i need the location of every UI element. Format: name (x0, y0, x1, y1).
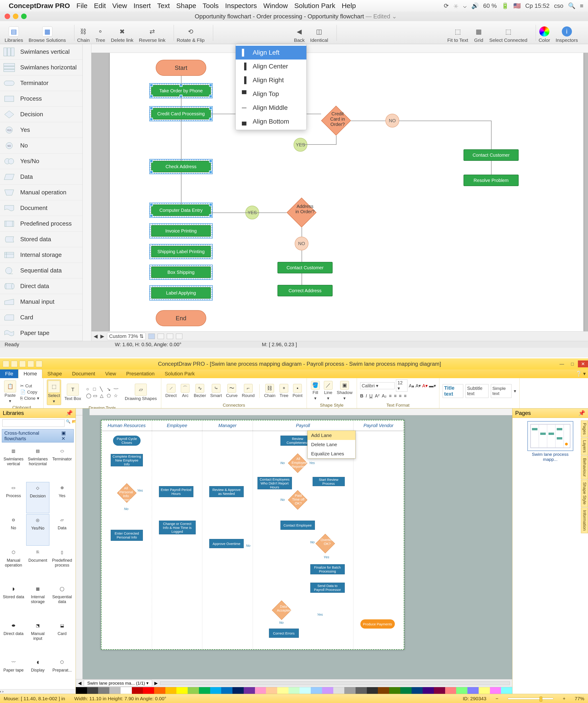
superscript[interactable]: A² (375, 393, 380, 399)
lane-hdr-payroll[interactable]: Payroll (253, 420, 353, 431)
tab-view[interactable]: View (100, 370, 121, 378)
sync-icon[interactable]: ⟳ (444, 2, 449, 9)
drawing-shapes-gallery[interactable]: ○□╲↘〰 ◯▭△⬠☆ (86, 386, 120, 398)
lib-sequential[interactable]: ◯Sequential data (50, 583, 74, 619)
shape-document[interactable]: Document (0, 200, 82, 216)
view-mode-1[interactable] (148, 333, 155, 339)
style-simple[interactable]: Simple text (491, 384, 511, 398)
conn-point[interactable]: •Point (292, 383, 304, 399)
lib-hscroll[interactable]: ‹ › (0, 689, 76, 694)
volume-icon[interactable]: 🔊 (471, 2, 479, 9)
style-title[interactable]: Title text (443, 384, 463, 398)
close-window[interactable] (5, 13, 10, 19)
color-swatch[interactable] (120, 687, 132, 694)
paste-button[interactable]: 📋Paste▾ (3, 380, 17, 405)
color-swatch[interactable] (244, 687, 255, 694)
lib-display[interactable]: ◖Display (26, 656, 50, 687)
lane-hdr-hr[interactable]: Human Resources (101, 420, 152, 431)
textbox-tool[interactable]: TText Box (63, 383, 82, 402)
node-contact-2[interactable]: Contact Customer (464, 149, 519, 161)
libraries-button[interactable]: ▤Libraries (5, 26, 23, 43)
wifi-icon[interactable]: ⌵ (463, 2, 467, 9)
side-tab-behaviour[interactable]: Behaviour (581, 456, 588, 479)
shape-stored[interactable]: Stored data (0, 232, 82, 247)
color-swatch[interactable] (389, 687, 400, 694)
lib-manual-input[interactable]: ⬔Manual input (26, 620, 50, 656)
align-left[interactable]: ≡ (389, 393, 392, 399)
node-label-apply[interactable]: Label Applying (151, 287, 211, 299)
shape-data[interactable]: Data (0, 169, 82, 185)
color-swatch[interactable] (176, 687, 188, 694)
side-tab-shapestyle[interactable]: Shape Style (581, 480, 588, 507)
font-family[interactable]: Calibri ▾ (360, 382, 395, 389)
n-contact-emp2[interactable]: Contact Employee (280, 521, 315, 530)
shape-yes[interactable]: YESYes (0, 122, 82, 138)
color-swatch[interactable] (479, 687, 490, 694)
menu-window[interactable]: Window (263, 2, 288, 10)
identical-button[interactable]: ◫Identical (310, 26, 328, 43)
bold-button[interactable]: B (360, 393, 363, 399)
menu-file[interactable]: File (77, 2, 87, 10)
color-swatch[interactable] (344, 687, 355, 694)
lib-direct[interactable]: ⬬Direct data (2, 620, 25, 656)
node-addr-decision[interactable]: Address in Order? (287, 198, 317, 227)
conn-bezier[interactable]: ∿Bezier (193, 383, 207, 399)
lane-vendor[interactable]: Produce Payments (353, 431, 404, 649)
zoom-window[interactable] (21, 13, 27, 19)
lib-search-icon[interactable]: 🔍 (66, 419, 71, 427)
grid-button[interactable]: ▦Grid (474, 26, 484, 43)
n-data-accepted[interactable]: Data Accepted? (272, 601, 291, 619)
color-button[interactable]: Color (538, 26, 550, 43)
color-swatch[interactable] (255, 687, 266, 694)
color-swatch[interactable] (434, 687, 445, 694)
italic-button[interactable]: I (366, 393, 367, 399)
drawing-shapes-button[interactable]: ▱Drawing Shapes (124, 383, 158, 402)
ctx-delete-lane[interactable]: Delete Lane (308, 440, 355, 449)
node-invoice[interactable]: Invoice Printing (151, 225, 211, 237)
conn-arc[interactable]: ⌒Arc (180, 383, 190, 399)
lib-internal[interactable]: ▦Internal storage (26, 583, 50, 619)
minimize-window[interactable] (13, 13, 18, 19)
tab-home[interactable]: Home (18, 369, 42, 378)
ctx-add-lane[interactable]: Add Lane (308, 431, 355, 440)
canvas[interactable]: Start Take Order by Phone Credit Card Pr… (91, 53, 588, 331)
align-right-item[interactable]: ▐Align Right (236, 73, 307, 87)
lib-terminator[interactable]: ⬭Terminator (50, 445, 74, 481)
rotate-flip-button[interactable]: ⟲Rotate & Flip (177, 26, 204, 43)
color-swatch[interactable] (378, 687, 389, 694)
reverse-link-button[interactable]: ⇄Reverse link (139, 26, 166, 43)
shape-swimlanes-v[interactable]: Swimlanes vertical (0, 44, 82, 60)
lib-category[interactable]: Cross-functional flowcharts▣ ✕ (2, 429, 74, 443)
color-swatch[interactable] (165, 687, 177, 694)
align-center[interactable]: ≡ (394, 393, 397, 399)
menu-solutionpark[interactable]: Solution Park (294, 2, 335, 10)
doc-tab[interactable]: Swim lane process ma... (1/1) ▾ (84, 680, 152, 687)
align-middle-item[interactable]: ─Align Middle (236, 101, 307, 114)
underline-button[interactable]: U (369, 393, 372, 399)
color-swatch[interactable] (300, 687, 311, 694)
color-swatch[interactable] (109, 687, 120, 694)
n-paid-time[interactable]: Paid Time off OK? (288, 491, 307, 509)
side-tab-layers[interactable]: Layers (581, 438, 588, 455)
n-contact-emp[interactable]: Contact Employees Who Didn't Report Hour… (257, 477, 292, 489)
align-right[interactable]: ≡ (399, 393, 402, 399)
shape-process[interactable]: Process (0, 91, 82, 106)
lib-no[interactable]: ⊖No (2, 514, 25, 546)
page[interactable]: Start Take Order by Phone Credit Card Pr… (110, 53, 583, 331)
lib-swimlanes-h[interactable]: ▤Swimlanes horizontal (26, 445, 50, 481)
ribbon-help[interactable]: ❔ ▾ (573, 370, 588, 378)
style-more[interactable]: ▾ (514, 388, 516, 394)
menu-shape[interactable]: Shape (176, 2, 196, 10)
lane-hdr-emp[interactable]: Employee (152, 420, 202, 431)
shape-terminator[interactable]: Terminator (0, 75, 82, 91)
select-tool[interactable]: ⬚Select▾ (47, 380, 61, 405)
lib-data[interactable]: ▱Data (50, 514, 74, 546)
lib-papertape[interactable]: 〰Paper tape (2, 656, 25, 687)
color-swatch[interactable] (76, 687, 87, 694)
win-close[interactable]: ✕ (578, 361, 588, 367)
n-complete-enter[interactable]: Complete Entering New Employee Info (111, 454, 143, 466)
n-produce[interactable]: Produce Payments (360, 619, 395, 629)
shrink-font[interactable]: A▾ (416, 383, 421, 388)
lane-hr[interactable]: Payroll Cycle Closes Complete Entering N… (101, 431, 152, 649)
lane-mgr[interactable]: Review & Approve as Needed Approve Overt… (202, 431, 253, 649)
